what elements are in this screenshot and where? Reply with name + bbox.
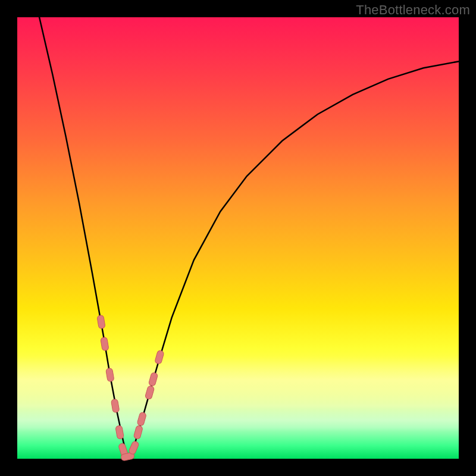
marker-point bbox=[106, 368, 115, 382]
marker-point bbox=[145, 386, 155, 400]
chart-area bbox=[17, 17, 459, 459]
marker-point bbox=[137, 412, 147, 426]
marker-point bbox=[101, 337, 109, 351]
marker-point bbox=[115, 425, 124, 440]
marker-group bbox=[97, 315, 164, 461]
marker-point bbox=[155, 350, 165, 364]
marker-point bbox=[128, 440, 139, 455]
marker-point bbox=[148, 372, 158, 386]
marker-point bbox=[97, 315, 105, 328]
marker-point bbox=[111, 399, 120, 413]
watermark-text: TheBottleneck.com bbox=[356, 2, 470, 18]
marker-point bbox=[133, 425, 143, 439]
bottleneck-curve bbox=[39, 17, 459, 459]
plot-svg bbox=[17, 17, 459, 459]
